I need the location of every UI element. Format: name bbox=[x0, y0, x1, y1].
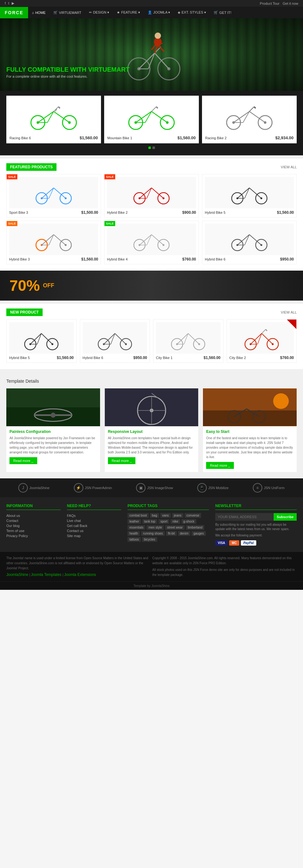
sale-badge: SALE bbox=[7, 221, 18, 226]
new-product-grid: Hybrid Bike 5 $1,560.00 Hybrid Bike bbox=[0, 319, 303, 369]
newsletter-email-input[interactable] bbox=[215, 513, 274, 521]
new-product-title: NEW PRODUCT bbox=[6, 309, 43, 316]
template-card-title[interactable]: Responsive Layout bbox=[108, 429, 195, 434]
tag-timberland[interactable]: timberland bbox=[186, 525, 205, 530]
slider-item[interactable]: Racing Bike 6 $1,560.00 bbox=[6, 96, 101, 143]
mastercard-icon: MC bbox=[229, 540, 239, 546]
nav-item-home[interactable]: ⌂ HOME bbox=[28, 7, 49, 18]
product-tour-link[interactable]: Product Tour bbox=[260, 2, 279, 5]
tag-health[interactable]: health bbox=[128, 531, 140, 536]
featured-product-card[interactable]: SALE Hybrid Bike 3 $1,560.00 bbox=[6, 221, 101, 264]
tag-nike[interactable]: nike bbox=[170, 519, 180, 524]
twitter-icon[interactable]: t bbox=[8, 1, 9, 5]
tag-street-wear[interactable]: street wear bbox=[165, 525, 184, 530]
new-bike-svg bbox=[24, 324, 59, 351]
youtube-icon[interactable]: ▶ bbox=[12, 1, 14, 5]
slider-bike-name: Mountain Bike 1 bbox=[107, 136, 132, 140]
partner-poweradmin[interactable]: ⚡ JSN PowerAdmin bbox=[74, 483, 112, 493]
footer-link-privacy[interactable]: Privacy Policy bbox=[6, 533, 61, 538]
tag-bag[interactable]: bag bbox=[150, 513, 159, 518]
tag-fit-bit[interactable]: fit-bit bbox=[166, 531, 177, 536]
discount-banner[interactable]: 70% OFF bbox=[0, 271, 303, 301]
slider-dot-1[interactable] bbox=[148, 147, 151, 149]
logo[interactable]: FORCE bbox=[0, 7, 28, 18]
nav-item-ext-styles[interactable]: ◈ EXT. STYLES ▾ bbox=[174, 7, 210, 18]
footer-link-contactus[interactable]: Contact us bbox=[67, 528, 121, 533]
slider-bike-image bbox=[205, 99, 294, 133]
slider-item-info: Mountain Bike 1 $1,560.00 bbox=[107, 135, 196, 140]
tag-gauges[interactable]: gauges bbox=[192, 531, 206, 536]
partner-mobilize[interactable]: 📱 JSN Mobilize bbox=[197, 483, 229, 493]
template-card-title[interactable]: Painless Configuration bbox=[9, 429, 97, 434]
tag-tank-top[interactable]: tank top bbox=[142, 519, 158, 524]
tag-vans[interactable]: vans bbox=[160, 513, 171, 518]
featured-product-card[interactable]: Hybrid Bike 6 $950.00 bbox=[202, 221, 297, 264]
tag-tattoos[interactable]: tattoos bbox=[128, 537, 141, 542]
slider-item[interactable]: Mountain Bike 1 $1,560.00 bbox=[104, 96, 199, 143]
featured-view-all[interactable]: VIEW ALL bbox=[281, 165, 297, 169]
partner-uniform[interactable]: ≡ JSN UniForm bbox=[253, 483, 285, 493]
tag-running-shoes[interactable]: running shoes bbox=[141, 531, 165, 536]
tag-jeans[interactable]: jeans bbox=[172, 513, 183, 518]
footer-joomla-templates-link[interactable]: Joomla Templates bbox=[31, 572, 62, 577]
product-name: Hybrid Bike 2 bbox=[107, 211, 128, 214]
partner-imageshow[interactable]: ▣ JSN ImageShow bbox=[136, 483, 173, 493]
product-price: $900.00 bbox=[182, 210, 196, 215]
template-card-title[interactable]: Easy to Start bbox=[206, 429, 294, 434]
new-product-card[interactable]: Hybrid Bike 6 $950.00 bbox=[80, 319, 150, 363]
tag-gshock[interactable]: g-shock bbox=[181, 519, 196, 524]
nav-item-design[interactable]: ✏ DESIGN ▾ bbox=[85, 7, 113, 18]
tag-converse[interactable]: converse bbox=[184, 513, 201, 518]
read-more-button-1[interactable]: Read more _ bbox=[108, 457, 136, 464]
footer-link-about[interactable]: About us bbox=[6, 513, 61, 518]
footer-link-faqs[interactable]: FAQs bbox=[67, 513, 121, 518]
tag-combat-boot[interactable]: combat boot bbox=[128, 513, 149, 518]
new-product-card[interactable]: Hybrid Bike 5 $1,560.00 bbox=[6, 319, 77, 363]
read-more-button-0[interactable]: Read more _ bbox=[9, 457, 37, 464]
get-it-now-link[interactable]: Get it now bbox=[282, 2, 298, 5]
joomlashine-icon: J bbox=[18, 483, 28, 493]
footer-joomlashine-link[interactable]: JoomlaShine bbox=[6, 572, 28, 577]
nav-item-getit[interactable]: 🛒 GET IT! bbox=[210, 7, 235, 18]
slider-bike-name: Racing Bike 6 bbox=[9, 136, 31, 140]
product-info: Hybrid Bike 5 $1,560.00 bbox=[205, 210, 294, 215]
new-product-view-all[interactable]: VIEW ALL bbox=[281, 310, 297, 314]
product-image bbox=[107, 223, 196, 255]
featured-product-card[interactable]: SALE Sport Bike 3 $1,500.00 bbox=[6, 174, 101, 218]
hero-title: FULLY COMPATIBLE WITH VIRTUEMART bbox=[6, 66, 129, 73]
new-product-card[interactable]: City Bike 1 $1,560.00 bbox=[153, 319, 224, 363]
tag-sport[interactable]: sport bbox=[159, 519, 169, 524]
featured-product-card[interactable]: Hybrid Bike 5 $1,560.00 bbox=[202, 174, 297, 218]
template-card-text: All JoomlaShine template powered by Jsn … bbox=[9, 436, 97, 455]
footer-link-blog[interactable]: Our blog bbox=[6, 523, 61, 528]
product-info: Sport Bike 3 $1,500.00 bbox=[9, 210, 98, 215]
tag-leather[interactable]: leather bbox=[128, 519, 141, 524]
footer-link-callback[interactable]: Get call Back bbox=[67, 523, 121, 528]
tag-denim[interactable]: denim bbox=[178, 531, 190, 536]
tag-essentials[interactable]: essentials bbox=[128, 525, 145, 530]
footer-link-sitemap[interactable]: Site map bbox=[67, 533, 121, 538]
footer-joomla-extensions-link[interactable]: Joomla Extensions bbox=[64, 572, 96, 577]
footer-link-livechat[interactable]: Live chat bbox=[67, 518, 121, 523]
featured-product-card[interactable]: SALE Hybrid Bike 4 $760.00 bbox=[104, 221, 199, 264]
tag-men-style[interactable]: men style bbox=[146, 525, 164, 530]
partner-joomlashine[interactable]: J JoomlaShine bbox=[18, 483, 49, 493]
facebook-icon[interactable]: f bbox=[5, 1, 6, 5]
slider-dot-2[interactable] bbox=[153, 147, 155, 149]
tag-bicycles[interactable]: bicycles bbox=[142, 537, 157, 542]
nav-item-feature[interactable]: ★ FEATURE ▾ bbox=[113, 7, 144, 18]
template-card-body: Painless Configuration All JoomlaShine t… bbox=[6, 426, 100, 467]
featured-product-card[interactable]: SALE Hybrid Bike 2 $900.00 bbox=[104, 174, 199, 218]
read-more-button-2[interactable]: Read more _ bbox=[206, 462, 234, 469]
newsletter-subscribe-button[interactable]: Subscribe bbox=[274, 513, 297, 521]
footer-link-contact[interactable]: Contact bbox=[6, 518, 61, 523]
new-product-card[interactable]: City Bike 2 $760.00 bbox=[227, 319, 297, 363]
footer-link-terms[interactable]: Term of use bbox=[6, 528, 61, 533]
product-image bbox=[107, 177, 196, 208]
nav-item-virtuemart[interactable]: 🛒 VIRTUEMART bbox=[49, 7, 85, 18]
svg-line-76 bbox=[49, 235, 54, 245]
slider-item[interactable]: Racing Bike 2 $2,934.00 bbox=[202, 96, 297, 143]
partner-name: JSN PowerAdmin bbox=[85, 486, 112, 490]
nav-item-joomla[interactable]: 👤 JOOMLA ▾ bbox=[144, 7, 174, 18]
svg-line-20 bbox=[54, 112, 69, 123]
